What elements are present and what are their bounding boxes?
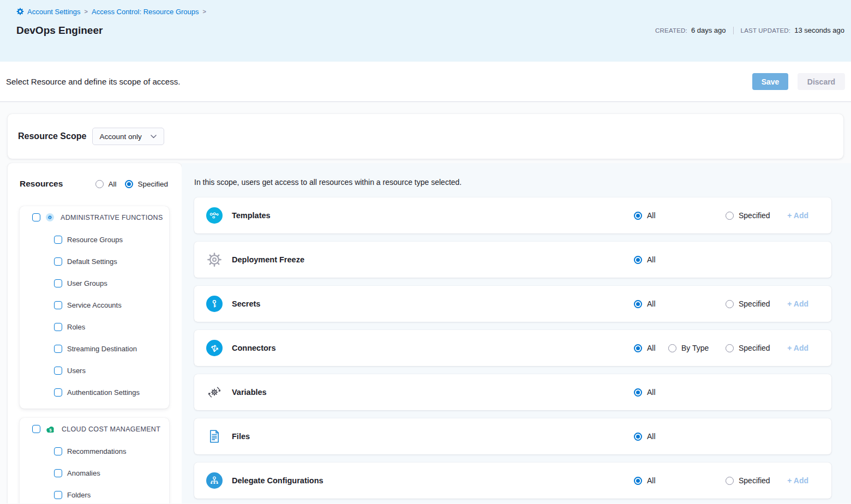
resource-item-service-accounts: Service Accounts xyxy=(20,294,169,316)
radio-templates-specified[interactable]: Specified xyxy=(726,211,770,220)
row-controls: All xyxy=(633,374,831,410)
radio-icon xyxy=(726,300,734,308)
toolbar: Select Resource and define its scope of … xyxy=(0,62,851,102)
page-body: Resource Scope Account only Resources Al… xyxy=(0,102,851,503)
radio-icon xyxy=(634,256,642,264)
resource-type-label: Templates xyxy=(232,211,271,220)
resource-scope-value: Account only xyxy=(99,133,141,141)
group-card-cloud-cost-management: $ CLOUD COST MANAGEMENT Recommendations … xyxy=(20,418,169,503)
item-label: Resource Groups xyxy=(67,236,123,244)
radio-templates-all[interactable]: All xyxy=(634,211,656,220)
radio-icon xyxy=(668,344,676,352)
resource-item-users: Users xyxy=(20,359,169,381)
item-checkbox[interactable] xyxy=(54,301,62,309)
radio-icon xyxy=(634,300,642,308)
resource-row-connectors: Connectors All By Type Specified + Add xyxy=(194,330,831,366)
created-label: CREATED: xyxy=(655,27,687,34)
item-label: Roles xyxy=(67,323,85,331)
breadcrumb-access-control-resource-groups[interactable]: Access Control: Resource Groups xyxy=(92,8,199,16)
resource-item-user-groups: User Groups xyxy=(20,272,169,294)
resource-scope-card: Resource Scope Account only xyxy=(8,114,843,159)
radio-icon xyxy=(125,180,133,188)
add-button-delegate-configurations[interactable]: + Add xyxy=(787,476,808,485)
radio-secrets-specified[interactable]: Specified xyxy=(726,299,770,308)
radio-connectors-all[interactable]: All xyxy=(634,344,656,352)
item-label: Anomalies xyxy=(67,469,100,477)
item-checkbox[interactable] xyxy=(54,388,62,397)
item-label: Service Accounts xyxy=(67,301,122,309)
radio-icon xyxy=(634,212,642,220)
resource-row-deployment-freeze: Deployment Freeze All xyxy=(194,242,831,278)
item-label: Folders xyxy=(67,491,91,499)
item-label: User Groups xyxy=(67,279,107,287)
radio-label: All xyxy=(108,180,116,188)
resource-type-label: Deployment Freeze xyxy=(232,255,304,264)
add-button-connectors[interactable]: + Add xyxy=(787,344,808,352)
created-value: 6 days ago xyxy=(691,26,726,34)
item-checkbox[interactable] xyxy=(54,257,62,266)
radio-secrets-all[interactable]: All xyxy=(634,299,656,308)
radio-label: Specified xyxy=(739,344,770,352)
radio-icon xyxy=(726,477,734,485)
radio-variables-all[interactable]: All xyxy=(634,388,656,397)
group-checkbox[interactable] xyxy=(32,213,40,221)
last-updated-label: LAST UPDATED: xyxy=(741,27,791,34)
item-checkbox[interactable] xyxy=(54,236,62,244)
content-area: Resources All Specified ADMINISTRATIVE F… xyxy=(8,163,851,503)
group-label: CLOUD COST MANAGEMENT xyxy=(62,425,160,433)
item-checkbox[interactable] xyxy=(54,345,62,353)
radio-delegate-configurations-specified[interactable]: Specified xyxy=(726,476,770,485)
resource-scope-label: Resource Scope xyxy=(18,131,86,141)
resource-type-label: Connectors xyxy=(232,344,276,352)
radio-delegate-configurations-all[interactable]: All xyxy=(634,476,656,485)
resources-title: Resources xyxy=(20,179,63,189)
page: Account Settings > Access Control: Resou… xyxy=(0,0,851,503)
group-checkbox[interactable] xyxy=(32,425,40,433)
resource-type-label: Delegate Configurations xyxy=(232,476,323,485)
resources-panel-header: Resources All Specified xyxy=(8,179,182,189)
resources-radio-specified[interactable]: Specified xyxy=(125,180,168,188)
templates-icon xyxy=(206,207,223,224)
resource-group-header: $ CLOUD COST MANAGEMENT xyxy=(20,425,169,433)
resource-rows: Templates All Specified + Add Deployment… xyxy=(194,197,851,499)
resource-item-authentication-settings: Authentication Settings xyxy=(20,381,169,403)
resource-row-files: Files All xyxy=(194,418,831,454)
discard-button[interactable]: Discard xyxy=(798,73,845,90)
item-checkbox[interactable] xyxy=(54,469,62,477)
admin-functions-icon xyxy=(46,213,54,221)
divider xyxy=(733,27,734,34)
main-pane: In this scope, users get access to all r… xyxy=(182,163,851,503)
group-label: ADMINISTRATIVE FUNCTIONS xyxy=(61,214,163,221)
resource-scope-select[interactable]: Account only xyxy=(92,128,164,145)
chevron-right-icon: > xyxy=(85,8,88,15)
save-button[interactable]: Save xyxy=(752,73,788,90)
radio-label: All xyxy=(647,432,656,441)
settings-gear-icon xyxy=(16,8,24,15)
add-button-secrets[interactable]: + Add xyxy=(787,299,808,308)
resource-row-secrets: Secrets All Specified + Add xyxy=(194,286,831,322)
radio-label: All xyxy=(647,344,656,352)
page-header: Account Settings > Access Control: Resou… xyxy=(0,0,851,62)
item-checkbox[interactable] xyxy=(54,279,62,287)
radio-connectors-specified[interactable]: Specified xyxy=(726,344,770,352)
item-checkbox[interactable] xyxy=(54,367,62,375)
resource-item-folders: Folders xyxy=(20,484,169,503)
resources-radio-all[interactable]: All xyxy=(95,180,116,188)
resource-item-roles: Roles xyxy=(20,316,169,338)
radio-icon xyxy=(726,212,734,220)
radio-connectors-by-type[interactable]: By Type xyxy=(668,344,709,352)
item-checkbox[interactable] xyxy=(54,491,62,499)
item-label: Users xyxy=(67,367,86,375)
resources-panel: Resources All Specified ADMINISTRATIVE F… xyxy=(8,163,182,503)
add-button-templates[interactable]: + Add xyxy=(787,211,808,220)
resource-row-variables: Variables All xyxy=(194,374,831,410)
resource-row-delegate-configurations: Delegate Configurations All Specified + … xyxy=(194,463,831,499)
deployment-freeze-icon xyxy=(206,251,223,268)
item-checkbox[interactable] xyxy=(54,323,62,331)
radio-files-all[interactable]: All xyxy=(634,432,656,441)
radio-icon xyxy=(634,388,642,397)
radio-deployment-freeze-all[interactable]: All xyxy=(634,255,656,264)
breadcrumb-account-settings[interactable]: Account Settings xyxy=(27,8,81,16)
item-checkbox[interactable] xyxy=(54,447,62,455)
resource-row-templates: Templates All Specified + Add xyxy=(194,197,831,233)
